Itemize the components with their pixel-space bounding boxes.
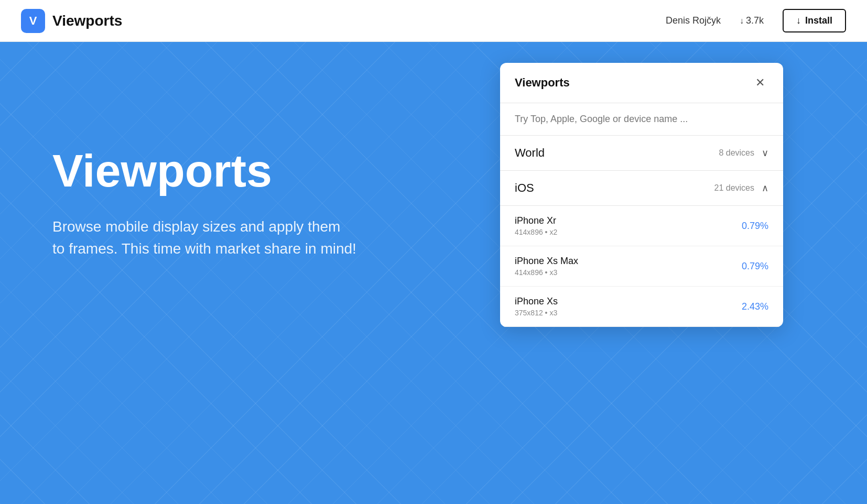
install-arrow-icon: ↓ <box>796 15 801 26</box>
search-bar <box>500 103 783 136</box>
device-info-iphone-xs: iPhone Xs 375x812 • x3 <box>515 296 558 317</box>
device-specs-iphone-xs: 375x812 • x3 <box>515 309 558 317</box>
device-share-iphone-xr: 0.79% <box>742 221 768 232</box>
viewports-panel: Viewports ✕ World 8 devices ∨ iOS 21 dev… <box>500 63 783 327</box>
chevron-down-icon: ∨ <box>762 147 768 159</box>
header-right: Denis Rojčyk ↓ 3.7k ↓ Install <box>666 9 846 32</box>
header: V Viewports Denis Rojčyk ↓ 3.7k ↓ Instal… <box>0 0 867 42</box>
category-name-ios: iOS <box>515 181 534 195</box>
device-name-iphone-xr: iPhone Xr <box>515 215 557 226</box>
hero-content: Viewports Browse mobile display sizes an… <box>52 147 356 260</box>
device-share-iphone-xs-max: 0.79% <box>742 261 768 272</box>
category-name-world: World <box>515 146 545 160</box>
hero-subtitle: Browse mobile display sizes and apply th… <box>52 216 356 260</box>
panel-title: Viewports <box>515 76 570 90</box>
world-category-right: 8 devices ∨ <box>719 147 768 159</box>
device-specs-iphone-xr: 414x896 • x2 <box>515 228 557 236</box>
search-input[interactable] <box>515 114 768 125</box>
close-button[interactable]: ✕ <box>752 74 768 91</box>
install-button[interactable]: ↓ Install <box>783 9 846 32</box>
category-row-ios[interactable]: iOS 21 devices ∧ <box>500 171 783 206</box>
device-share-iphone-xs: 2.43% <box>742 301 768 312</box>
category-row-world[interactable]: World 8 devices ∨ <box>500 136 783 171</box>
close-icon: ✕ <box>755 76 765 90</box>
logo-group: V Viewports <box>21 9 666 33</box>
download-icon: ↓ <box>740 16 744 26</box>
device-name-iphone-xs-max: iPhone Xs Max <box>515 256 578 267</box>
download-count: ↓ 3.7k <box>740 15 764 26</box>
chevron-up-icon: ∧ <box>762 182 768 194</box>
device-info-iphone-xs-max: iPhone Xs Max 414x896 • x3 <box>515 256 578 277</box>
device-row-iphone-xr[interactable]: iPhone Xr 414x896 • x2 0.79% <box>500 206 783 246</box>
logo-icon: V <box>21 9 45 33</box>
app-name: Viewports <box>52 13 122 29</box>
world-device-count: 8 devices <box>719 148 754 158</box>
device-specs-iphone-xs-max: 414x896 • x3 <box>515 268 578 277</box>
ios-device-count: 21 devices <box>714 183 755 193</box>
hero-section: Viewports Browse mobile display sizes an… <box>0 42 867 504</box>
device-info-iphone-xr: iPhone Xr 414x896 • x2 <box>515 215 557 236</box>
device-row-iphone-xs[interactable]: iPhone Xs 375x812 • x3 2.43% <box>500 287 783 327</box>
author-name: Denis Rojčyk <box>666 15 721 26</box>
panel-header: Viewports ✕ <box>500 63 783 103</box>
ios-category-right: 21 devices ∧ <box>714 182 769 194</box>
device-name-iphone-xs: iPhone Xs <box>515 296 558 307</box>
hero-title: Viewports <box>52 147 356 195</box>
device-row-iphone-xs-max[interactable]: iPhone Xs Max 414x896 • x3 0.79% <box>500 246 783 287</box>
